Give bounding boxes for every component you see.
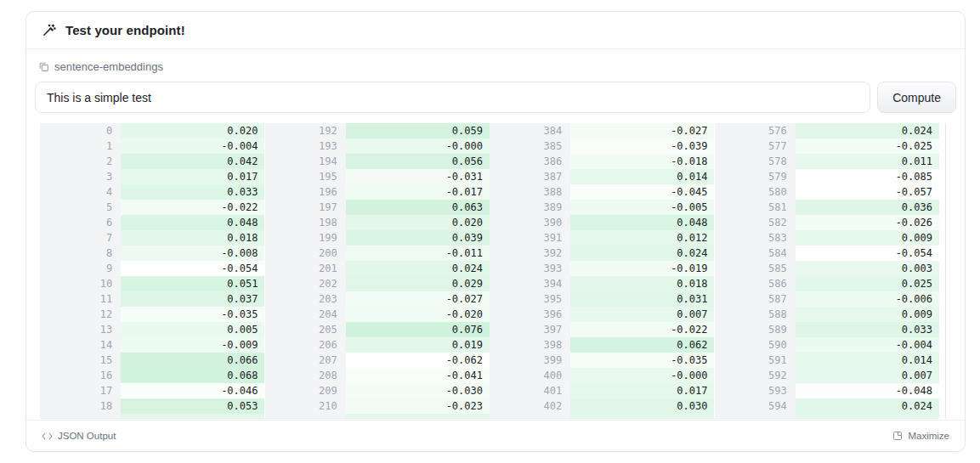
embedding-value-cell: 0.017 [121,169,264,184]
maximize-button[interactable]: Maximize [892,431,949,441]
embedding-index-cell: 198 [265,215,346,230]
embedding-value-cell: -0.019 [570,261,714,276]
embedding-value-cell: -0.011 [346,246,490,261]
embedding-index-cell: 395 [490,291,570,307]
embedding-value-cell: -0.030 [346,383,490,398]
embedding-column-pair: 01234567891011121314151617180.020-0.0040… [40,123,265,419]
embedding-value-cell: -0.017 [346,184,490,200]
embedding-index-cell: 207 [265,353,346,368]
embedding-value-cell: 0.024 [796,123,939,138]
embedding-index-cell: 582 [715,215,796,230]
embedding-index-cell: 588 [715,307,796,322]
embedding-value-cell: 0.003 [796,261,939,276]
embedding-index-cell: 396 [490,307,570,322]
embedding-value-cell: -0.054 [121,261,264,276]
embedding-value-cell-clipped [121,414,264,419]
model-name[interactable]: sentence-embeddings [54,60,163,73]
embedding-index-cell: 204 [265,307,346,322]
embedding-index-cell: 5 [40,200,121,215]
embedding-value-cell: 0.005 [121,322,264,337]
embedding-index-cell: 592 [715,368,796,383]
embedding-index-cell: 4 [40,184,121,200]
embedding-index-cell: 0 [40,123,121,138]
embedding-index-cell: 13 [40,322,121,337]
embedding-index-cell: 401 [490,383,570,398]
embedding-index-cell: 12 [40,307,121,322]
embedding-index-cell: 10 [40,276,121,291]
embedding-index-cell-clipped [265,414,346,419]
embedding-index-cell: 399 [490,353,570,368]
embedding-value-cell: -0.035 [570,353,714,368]
embedding-value-cell: -0.027 [346,291,490,307]
wand-icon [42,23,56,37]
embedding-index-cell: 2 [40,154,121,169]
embedding-index-cell-clipped [490,414,570,419]
embedding-index-cell: 394 [490,276,570,291]
embedding-value-cell: 0.024 [346,261,490,276]
embedding-index-cell: 579 [715,169,796,184]
embedding-value-cell-clipped [570,414,714,419]
embedding-value-cell: 0.011 [796,154,939,169]
embedding-value-cell: 0.048 [121,215,264,230]
embedding-value-cell: 0.009 [796,307,939,322]
embedding-index-cell: 388 [490,184,570,200]
embedding-value-cell: -0.057 [796,184,939,200]
index-column: 1921931941951961971981992002012022032042… [265,123,346,419]
embedding-index-cell: 589 [715,322,796,337]
embedding-index-cell: 594 [715,398,796,414]
embedding-index-cell: 393 [490,261,570,276]
widget-footer: JSON Output Maximize [26,420,965,451]
inference-widget-card: Test your endpoint! sentence-embeddings … [25,11,966,452]
embedding-value-cell: 0.030 [570,398,714,414]
embedding-index-cell: 193 [265,138,346,154]
embedding-index-cell: 202 [265,276,346,291]
embedding-index-cell: 6 [40,215,121,230]
embedding-index-cell: 200 [265,246,346,261]
index-column: 5765775785795805815825835845855865875885… [715,123,796,419]
embedding-index-cell: 397 [490,322,570,337]
embedding-index-cell: 205 [265,322,346,337]
embedding-index-cell: 9 [40,261,121,276]
embedding-index-cell: 577 [715,138,796,154]
embedding-value-cell: 0.024 [796,398,939,414]
embedding-index-cell: 402 [490,398,570,414]
embedding-index-cell: 590 [715,337,796,353]
embedding-value-cell: 0.018 [121,230,264,246]
embedding-value-cell: -0.046 [121,383,264,398]
embedding-value-cell: -0.018 [570,154,714,169]
endpoint-test-input[interactable] [35,82,870,113]
embedding-value-cell: 0.039 [346,230,490,246]
maximize-label: Maximize [908,431,949,441]
embedding-value-cell: -0.004 [796,337,939,353]
value-column: -0.027-0.039-0.0180.014-0.045-0.0050.048… [570,123,714,419]
model-name-row: sentence-embeddings [38,60,951,73]
embedding-index-cell: 206 [265,337,346,353]
table-scrollbar[interactable] [939,123,951,419]
embedding-index-cell: 581 [715,200,796,215]
embedding-value-cell: -0.006 [796,291,939,307]
embedding-value-cell: 0.068 [121,368,264,383]
embedding-index-cell: 392 [490,246,570,261]
input-row: Compute [35,82,956,113]
embedding-value-cell: 0.024 [570,246,714,261]
embedding-value-cell: 0.012 [570,230,714,246]
embedding-index-cell: 591 [715,353,796,368]
embedding-value-cell: -0.004 [121,138,264,154]
embedding-index-cell: 3 [40,169,121,184]
embedding-index-cell: 384 [490,123,570,138]
embedding-value-cell: -0.008 [121,246,264,261]
embedding-index-cell: 387 [490,169,570,184]
embedding-value-cell: -0.048 [796,383,939,398]
embedding-value-cell: 0.033 [796,322,939,337]
json-output-label: JSON Output [58,431,116,441]
compute-button[interactable]: Compute [877,82,956,113]
json-output-toggle[interactable]: JSON Output [42,431,116,441]
embedding-value-cell: 0.009 [796,230,939,246]
embeddings-table: 01234567891011121314151617180.020-0.0040… [40,123,951,419]
embedding-value-cell: 0.020 [121,123,264,138]
widget-header: Test your endpoint! [26,12,965,49]
embedding-index-cell: 194 [265,154,346,169]
embedding-value-cell: 0.051 [121,276,264,291]
maximize-icon [892,431,903,441]
embedding-value-cell: 0.031 [570,291,714,307]
